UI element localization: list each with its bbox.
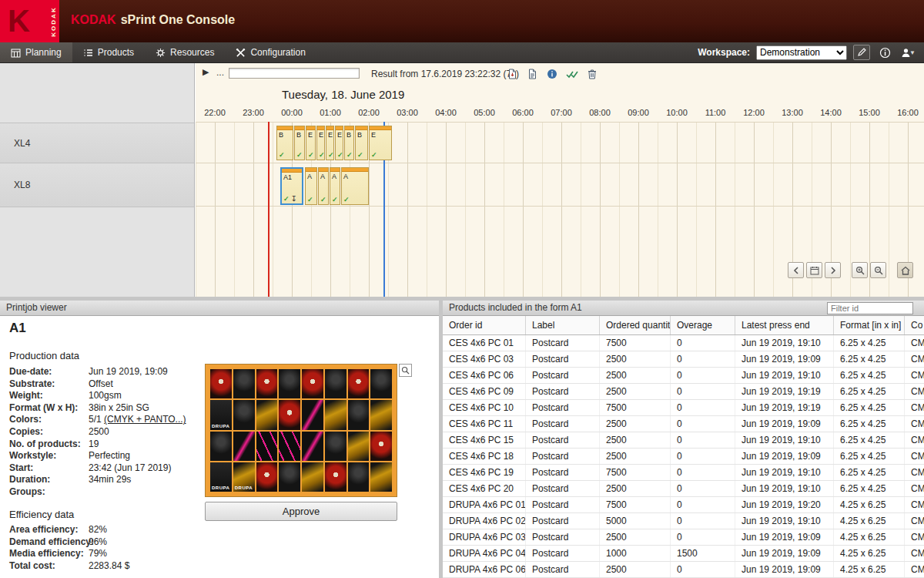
table-row[interactable]: CES 4x6 PC 11 Postcard 2500 0 Jun 19 201… [443,416,924,432]
cell-colors: CM [905,449,924,464]
table-row[interactable]: CES 4x6 PC 09 Postcard 2500 0 Jun 19 201… [443,384,924,400]
job-block-label: A1 [282,173,302,181]
scroll-left-button[interactable] [788,262,804,278]
job-block[interactable]: B ✓ [276,126,293,160]
table-row[interactable]: CES 4x6 PC 15 Postcard 2500 0 Jun 19 201… [443,432,924,449]
job-block-status: ✓ [319,151,325,159]
table-row[interactable]: CES 4x6 PC 03 Postcard 2500 0 Jun 19 201… [443,351,924,368]
nav-item-planning[interactable]: Planning [0,42,72,62]
column-header-colors[interactable]: Co [905,316,924,334]
zoom-in-button[interactable] [852,262,868,278]
trash-icon [588,69,597,79]
field-row: Demand efficiency:96% [9,536,198,549]
job-block[interactable]: E ✓ [335,126,343,160]
job-block[interactable]: A1 ✓ ↧ [280,167,303,205]
preview-thumbnail [348,432,370,461]
column-header-latest-press-end[interactable]: Latest press end [735,316,834,334]
preview-thumbnail [210,369,232,398]
cell-format: 6.25 x 4.25 [834,400,905,415]
nav-right-controls: Workspace: Demonstration ▼ [698,42,924,62]
timeline-grid: B ✓ B ✓ [196,122,924,297]
job-block[interactable]: B ✓ [355,126,368,160]
column-header-ordered-quantity[interactable]: Ordered quantity [600,316,671,334]
table-row[interactable]: CES 4x6 PC 18 Postcard 2500 0 Jun 19 201… [443,449,924,465]
field-row: Workstyle:Perfecting [9,450,198,462]
approve-button[interactable]: Approve [205,502,397,521]
table-row[interactable]: DRUPA 4x6 PC 06 Postcard 2500 0 Jun 19 2… [443,562,924,578]
planning-icon [11,48,21,58]
export-pdf-button[interactable] [505,67,519,81]
report-button[interactable] [525,67,539,81]
field-value-link[interactable]: (CMYK + PANTO...) [104,414,186,425]
edit-workspace-button[interactable] [853,45,870,60]
user-menu-button[interactable]: ▼ [899,45,916,60]
delete-result-button[interactable] [585,67,599,81]
cell-overage: 0 [671,529,735,545]
table-row[interactable]: DRUPA 4x6 PC 04 Postcard 1000 1500 Jun 1… [443,546,924,562]
job-block[interactable]: A ✓ [305,167,317,205]
calendar-button[interactable] [806,262,822,278]
preview-thumbnail [325,369,346,398]
column-header-format[interactable]: Format [in x in] [834,316,905,334]
cell-order-id: DRUPA 4x6 PC 03 [443,529,526,545]
approve-all-button[interactable] [565,67,579,81]
press-row-xl4[interactable]: XL4 [0,123,194,163]
nav-item-label: Planning [25,47,62,58]
table-row[interactable]: CES 4x6 PC 06 Postcard 2500 0 Jun 19 201… [443,368,924,384]
preview-thumbnail [370,369,392,398]
scroll-right-button[interactable] [825,262,841,278]
preview-thumbnail [279,462,300,492]
preview-zoom-button[interactable] [399,364,412,377]
workspace-select[interactable]: Demonstration [756,45,847,60]
field-row: No. of products:19 [9,439,198,451]
job-block[interactable]: B ✓ [294,126,305,160]
nav-item-products[interactable]: Products [72,42,145,62]
table-row[interactable]: DRUPA 4x6 PC 02 Postcard 5000 0 Jun 19 2… [443,513,924,529]
reset-view-button[interactable] [897,262,913,278]
job-block[interactable]: B ✓ [344,126,354,160]
job-block[interactable]: E ✓ [306,126,316,160]
cell-latest-press-end: Jun 19 2019, 19:09 [735,529,834,545]
filter-id-input[interactable] [827,302,913,314]
table-row[interactable]: CES 4x6 PC 01 Postcard 7500 0 Jun 19 201… [443,335,924,351]
printjob-title: A1 [9,321,26,336]
zoom-out-button[interactable] [870,262,886,278]
job-block[interactable]: A ✓ [341,167,369,205]
cell-latest-press-end: Jun 19 2019, 19:10 [735,513,834,529]
cell-overage: 0 [671,513,735,529]
cell-overage: 1500 [671,546,735,561]
job-block-status: ✓ [343,196,351,203]
nav-item-configuration[interactable]: Configuration [225,42,316,62]
job-block[interactable]: A ✓ [318,167,329,205]
info-button[interactable] [876,45,893,60]
table-row[interactable]: CES 4x6 PC 10 Postcard 7500 0 Jun 19 201… [443,400,924,416]
cell-label: Postcard [526,335,600,351]
run-planning-button[interactable]: ▶ [203,67,209,77]
column-header-overage[interactable]: Overage [671,316,735,334]
column-header-order-id[interactable]: Order id [443,316,526,334]
table-row[interactable]: DRUPA 4x6 PC 03 Postcard 2500 0 Jun 19 2… [443,529,924,546]
field-row: Duration:34min 29s [9,474,198,486]
cell-order-id: CES 4x6 PC 18 [443,449,526,464]
preview-thumbnail [233,369,255,398]
preview-thumbnail [302,462,323,492]
press-row-xl8[interactable]: XL8 [0,163,194,207]
column-header-label[interactable]: Label [526,316,600,334]
cell-label: Postcard [526,416,600,432]
job-block[interactable]: E ✓ [316,126,325,160]
job-block[interactable]: E ✓ [326,126,334,160]
result-info-button[interactable] [545,67,559,81]
job-block[interactable]: A ✓ [330,167,340,205]
table-row[interactable]: CES 4x6 PC 19 Postcard 7500 0 Jun 19 201… [443,465,924,481]
nav-item-resources[interactable]: Resources [145,42,225,62]
job-block-label: B [277,130,293,139]
cell-label: Postcard [526,529,600,545]
hour-label: 05:00 [465,108,504,122]
preview-thumbnail [256,462,278,492]
field-label: Start: [9,462,89,473]
job-block[interactable]: E ✓ [369,126,392,160]
preview-thumbnail [370,432,392,461]
timeline-toolbar: ▶ ... Result from 17.6.2019 23:22:32 (7s… [196,63,924,85]
table-row[interactable]: DRUPA 4x6 PC 01 Postcard 7500 0 Jun 19 2… [443,497,924,513]
table-row[interactable]: CES 4x6 PC 20 Postcard 2500 0 Jun 19 201… [443,481,924,497]
